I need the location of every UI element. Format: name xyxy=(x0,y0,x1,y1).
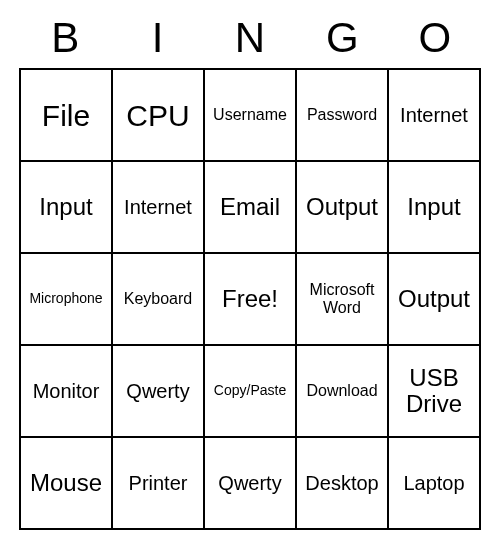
bingo-cell[interactable]: USB Drive xyxy=(388,345,480,437)
bingo-cell[interactable]: Password xyxy=(296,69,388,161)
bingo-header-row: B I N G O xyxy=(19,14,481,62)
header-letter-n: N xyxy=(204,14,296,62)
header-letter-o: O xyxy=(389,14,481,62)
bingo-cell[interactable]: Microphone xyxy=(20,253,112,345)
bingo-cell[interactable]: CPU xyxy=(112,69,204,161)
bingo-cell[interactable]: Email xyxy=(204,161,296,253)
bingo-cell[interactable]: Output xyxy=(296,161,388,253)
bingo-cell[interactable]: Printer xyxy=(112,437,204,529)
bingo-cell[interactable]: Username xyxy=(204,69,296,161)
bingo-cell[interactable]: Input xyxy=(388,161,480,253)
bingo-grid: File CPU Username Password Internet Inpu… xyxy=(19,68,481,530)
bingo-cell[interactable]: Input xyxy=(20,161,112,253)
bingo-cell[interactable]: Keyboard xyxy=(112,253,204,345)
bingo-cell[interactable]: Monitor xyxy=(20,345,112,437)
bingo-cell[interactable]: Desktop xyxy=(296,437,388,529)
bingo-cell[interactable]: Mouse xyxy=(20,437,112,529)
bingo-cell-free[interactable]: Free! xyxy=(204,253,296,345)
bingo-cell[interactable]: Internet xyxy=(112,161,204,253)
bingo-cell[interactable]: File xyxy=(20,69,112,161)
bingo-cell[interactable]: Copy/Paste xyxy=(204,345,296,437)
bingo-cell[interactable]: Qwerty xyxy=(112,345,204,437)
bingo-cell[interactable]: Qwerty xyxy=(204,437,296,529)
header-letter-g: G xyxy=(296,14,388,62)
bingo-cell[interactable]: Internet xyxy=(388,69,480,161)
header-letter-b: B xyxy=(19,14,111,62)
bingo-cell[interactable]: Laptop xyxy=(388,437,480,529)
bingo-cell[interactable]: Output xyxy=(388,253,480,345)
header-letter-i: I xyxy=(112,14,204,62)
bingo-cell[interactable]: Download xyxy=(296,345,388,437)
bingo-cell[interactable]: Microsoft Word xyxy=(296,253,388,345)
